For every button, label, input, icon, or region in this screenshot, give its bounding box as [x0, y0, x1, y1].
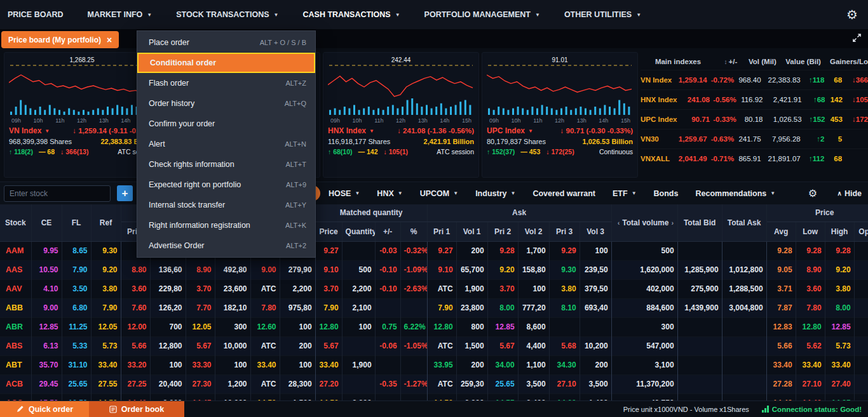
- menu-item-label: Expected right on portfolio: [149, 180, 241, 189]
- index-row-upc-index[interactable]: UPC Index90.71-0.33%80.181,026.53↑152453…: [641, 109, 868, 129]
- scroll-left-icon[interactable]: ‹: [615, 219, 623, 227]
- menu-item-conditional-order[interactable]: Conditional order: [137, 53, 315, 73]
- order-book-button[interactable]: Order book: [89, 401, 184, 417]
- market-tab-bonds[interactable]: Bonds: [654, 189, 679, 198]
- table-row-abs[interactable]: ABS6.135.335.735.6612,8005.6710,000ATC20…: [0, 336, 868, 355]
- board-cell: 7.90: [427, 298, 456, 317]
- index-change-pct: -0.63%: [707, 135, 735, 143]
- menu-item-place-order[interactable]: Place orderALT + O / S / B: [137, 32, 315, 53]
- hide-charts-button[interactable]: ∧ Hide: [837, 189, 862, 198]
- table-row-aav[interactable]: AAV4.103.503.803.60229,803.7023,600ATC2,…: [0, 279, 868, 298]
- board-cell: [722, 336, 766, 355]
- subcolumn-header-avg-16: Avg: [766, 222, 796, 241]
- board-cell: 27.10: [796, 374, 825, 394]
- menu-item-alert[interactable]: AlertALT+N: [137, 134, 315, 154]
- header-change[interactable]: ↕+/-: [715, 58, 746, 65]
- market-tab-covered-warrant[interactable]: Covered warrant: [532, 189, 595, 198]
- market-tab-recommendations[interactable]: Recommendations▼: [695, 189, 775, 198]
- table-row-abr[interactable]: ABR12.8511.2512.0512.0070012.0530012.601…: [0, 317, 868, 336]
- index-chart-upc-index: 91.0109h10h11h12h13h14h15hUPC Index▼↓ 90…: [482, 52, 638, 178]
- add-stock-button[interactable]: +: [117, 185, 133, 201]
- time-label: 09h: [11, 117, 21, 124]
- index-row-vnxall[interactable]: VNXALL2,041.49-0.71%865.9121,891.07↑1126…: [641, 149, 868, 168]
- market-overview: 1,268.2509h10h11h12h13h14h15hVN Index▼↓ …: [0, 48, 868, 182]
- time-label: 14h: [599, 117, 608, 124]
- column-header-stock: Stock: [0, 204, 31, 241]
- menu-item-order-history[interactable]: Order historyALT+Q: [137, 93, 315, 114]
- table-row-aam[interactable]: AAM9.958.659.309.27-0.03-0.32%9.272009.2…: [0, 241, 868, 260]
- board-cell: 1,439,900: [677, 298, 722, 317]
- nav-item-price-board[interactable]: PRICE BOARD: [8, 10, 64, 19]
- board-cell: 379,50: [580, 279, 611, 298]
- menu-item-internal-stock-transfer[interactable]: Internal stock transferALT+Y: [137, 195, 315, 215]
- decliners-count: ↓ 366(13): [60, 148, 88, 156]
- board-cell: 9.00: [250, 260, 280, 279]
- footer-bar: Quick order Order book Price unit x1000V…: [0, 400, 868, 417]
- index-turnover: 1,026.53: [763, 116, 802, 123]
- market-tab-hnx[interactable]: HNX▼: [377, 189, 402, 198]
- table-row-acb[interactable]: ACB29.4525.6527.5527.2520,40027.301,200A…: [0, 374, 868, 394]
- losers-count: ↓105: [843, 96, 868, 103]
- market-tab-upcom[interactable]: UPCOM▼: [420, 189, 458, 198]
- table-row-abb[interactable]: ABB9.006.807.907.60126,207.70182,107.809…: [0, 298, 868, 317]
- chevron-down-icon: ▼: [632, 190, 637, 196]
- board-cell: 5.68: [549, 336, 580, 355]
- index-name-dropdown[interactable]: UPC Index▼: [487, 126, 533, 135]
- board-cell: 12.05: [186, 317, 215, 336]
- board-cell: 700: [150, 317, 186, 336]
- nav-item-stock-transactions[interactable]: STOCK TRANSACTIONS▼: [176, 10, 278, 19]
- settings-gear-icon[interactable]: ⚙: [846, 7, 858, 22]
- market-tab-hose[interactable]: HOSE▼: [329, 189, 360, 198]
- close-icon[interactable]: ×: [107, 36, 112, 44]
- market-tab-label: Covered warrant: [532, 189, 595, 198]
- search-stock-input[interactable]: [4, 185, 111, 202]
- chevron-down-icon: ▼: [398, 190, 403, 196]
- menu-item-flash-order[interactable]: Flash orderALT+Z: [137, 73, 315, 93]
- scroll-right-icon[interactable]: ›: [668, 219, 676, 227]
- menu-item-check-rights-information[interactable]: Check rights informationALT+T: [137, 154, 315, 175]
- board-cell: 500: [342, 260, 375, 279]
- losers-count: ↓366: [842, 76, 868, 84]
- board-cell: 31.10: [62, 355, 91, 374]
- nav-item-market-info[interactable]: MARKET INFO▼: [88, 10, 153, 19]
- board-cell: 20,400: [150, 374, 186, 394]
- index-change-pct: -0.71%: [707, 155, 735, 162]
- menu-item-expected-right-on-portfolio[interactable]: Expected right on portfolioALT+9: [137, 175, 315, 195]
- board-cell: 3.80: [91, 279, 121, 298]
- board-cell: 7.70: [186, 298, 215, 317]
- board-settings-gear-icon[interactable]: ⚙: [808, 187, 817, 199]
- market-tab-etf[interactable]: ETF▼: [613, 189, 637, 198]
- nav-item-portfolio-management[interactable]: PORTFOLIO MANAGEMENT▼: [424, 10, 540, 19]
- table-row-abt[interactable]: ABT35.7031.1033.4033.2010033.3010033.401…: [0, 355, 868, 374]
- subcolumn-header-price-6: Price: [315, 222, 342, 241]
- board-cell: 65,700: [456, 260, 487, 279]
- board-cell: 33.40: [796, 355, 825, 374]
- main-indexes-panel: Main indexes↕+/-Vol (Mil)Value (Bil)Gain…: [641, 53, 868, 175]
- board-cell: 6.80: [62, 298, 91, 317]
- header-main-indexes: Main indexes: [641, 58, 715, 65]
- index-volume: 80.18: [736, 116, 763, 123]
- table-row-aas[interactable]: AAS10.507.909.208.80136,608.90492,809.00…: [0, 260, 868, 279]
- page-tab-price-board[interactable]: Price board (My portfolio) ×: [1, 31, 119, 48]
- nav-item-other-utilities[interactable]: OTHER UTILITIES▼: [564, 10, 641, 19]
- nav-item-cash-transactions[interactable]: CASH TRANSACTIONS▼: [302, 10, 400, 19]
- menu-item-advertise-order[interactable]: Advertise OrderALT+2: [137, 235, 315, 256]
- board-cell: [854, 260, 868, 279]
- board-cell: 5.33: [62, 336, 91, 355]
- menu-item-right-information-registration[interactable]: Right information registrationALT+K: [137, 215, 315, 235]
- header-gainers-losers: Gainers/Lo: [821, 58, 868, 65]
- quick-order-button[interactable]: Quick order: [0, 401, 89, 417]
- market-tab-industry[interactable]: Industry▼: [475, 189, 515, 198]
- board-cell: 6.22%: [400, 317, 427, 336]
- time-axis-labels: 09h10h11h12h13h14h15h: [328, 117, 474, 124]
- board-cell: 1,012,800: [722, 260, 766, 279]
- index-row-vn-index[interactable]: VN Index1,259.14-0.72%968.4022,383.83↑11…: [641, 70, 868, 89]
- menu-item-confirm-your-order[interactable]: Confirm your order: [137, 114, 315, 134]
- board-cell: 29.45: [31, 374, 62, 394]
- index-name-dropdown[interactable]: HNX Index▼: [328, 126, 374, 135]
- index-name-dropdown[interactable]: VN Index▼: [9, 126, 50, 135]
- index-row-vn30[interactable]: VN301,259.67-0.63%241.757,956.28↑25: [641, 129, 868, 149]
- board-cell: 12.80: [427, 317, 456, 336]
- expand-icon[interactable]: [852, 33, 862, 45]
- index-row-hnx-index[interactable]: HNX Index241.08-0.56%116.922,421.91↑6814…: [641, 89, 868, 109]
